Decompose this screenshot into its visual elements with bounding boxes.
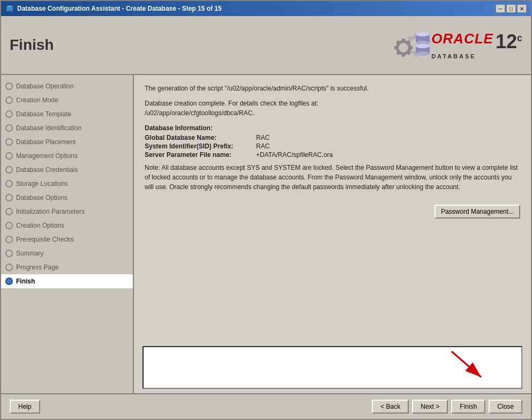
log-area — [143, 346, 522, 389]
step-dot — [5, 110, 13, 118]
main-window: Database Configuration Assistant - Creat… — [0, 0, 532, 420]
sidebar-item-database-credentials[interactable]: Database Credentials — [1, 163, 133, 177]
db-info-title: Database Information: — [145, 124, 520, 132]
global-db-label: Global Database Name: — [145, 134, 252, 141]
footer-left: Help — [10, 400, 40, 414]
next-button[interactable]: Next > — [412, 400, 448, 414]
sidebar-item-database-identification[interactable]: Database Identification — [1, 121, 133, 135]
title-bar: Database Configuration Assistant - Creat… — [1, 1, 531, 16]
svg-point-13 — [399, 43, 408, 52]
database-label: DATABASE — [431, 53, 476, 59]
sidebar-item-creation-options[interactable]: Creation Options — [1, 219, 133, 232]
window-title: Database Configuration Assistant - Creat… — [17, 5, 222, 12]
sidebar-item-summary[interactable]: Summary — [1, 246, 133, 260]
maximize-button[interactable]: □ — [506, 4, 516, 13]
sidebar-item-database-placement[interactable]: Database Placement — [1, 135, 133, 149]
header-area: Finish — [1, 16, 531, 75]
svg-point-28 — [416, 51, 430, 56]
success-line: The generation of the script "/u02/app/o… — [145, 84, 520, 93]
title-bar-left: Database Configuration Assistant - Creat… — [5, 4, 222, 13]
sidebar: Database Operation Creation Mode Databas… — [1, 75, 134, 393]
sid-value: RAC — [256, 142, 520, 150]
svg-point-29 — [416, 44, 430, 48]
app-icon — [5, 4, 14, 13]
oracle-logo-area: ORACLE 12c DATABASE — [388, 26, 522, 64]
close-button[interactable]: ✕ — [517, 4, 527, 13]
sidebar-item-management-options[interactable]: Management Options — [1, 149, 133, 163]
step-dot — [5, 236, 13, 243]
step-dot — [5, 264, 13, 271]
minimize-button[interactable]: ─ — [496, 4, 505, 13]
step-dot — [5, 278, 13, 285]
red-arrow-icon — [446, 346, 489, 384]
content-wrapper: The generation of the script "/u02/app/o… — [134, 75, 531, 393]
password-btn-row: Password Management... — [145, 198, 520, 219]
step-dot — [5, 82, 13, 90]
svg-point-25 — [416, 32, 430, 36]
sidebar-item-progress-page[interactable]: Progress Page — [1, 260, 133, 274]
db-info-section: Database Information: Global Database Na… — [145, 124, 520, 159]
sidebar-item-creation-mode[interactable]: Creation Mode — [1, 93, 133, 107]
spfile-value: +DATA/RAC/spfileRAC.ora — [256, 151, 520, 159]
spfile-label: Server Parameter File name: — [145, 151, 252, 159]
footer: Help < Back Next > Finish Close — [1, 393, 531, 419]
step-dot — [5, 138, 13, 146]
password-management-button[interactable]: Password Management... — [434, 205, 520, 219]
step-dot — [5, 96, 13, 104]
title-bar-controls: ─ □ ✕ — [496, 4, 527, 13]
global-db-value: RAC — [256, 134, 520, 141]
sidebar-item-prerequisite-checks[interactable]: Prerequisite Checks — [1, 232, 133, 246]
note-text: Note: All database accounts except SYS a… — [145, 163, 520, 192]
step-dot — [5, 222, 13, 229]
sidebar-item-database-template[interactable]: Database Template — [1, 107, 133, 121]
step-dot — [5, 250, 13, 257]
sidebar-item-initialization-parameters[interactable]: Initialization Parameters — [1, 205, 133, 219]
back-button[interactable]: < Back — [372, 400, 409, 414]
sidebar-item-database-options[interactable]: Database Options — [1, 191, 133, 205]
step-dot — [5, 194, 13, 201]
svg-rect-20 — [394, 46, 397, 49]
help-button[interactable]: Help — [10, 400, 40, 414]
oracle-brand: ORACLE 12c DATABASE — [431, 31, 522, 59]
main-content: Database Operation Creation Mode Databas… — [1, 75, 531, 393]
scroll-content: The generation of the script "/u02/app/o… — [134, 75, 531, 346]
sidebar-item-storage-locations[interactable]: Storage Locations — [1, 177, 133, 191]
svg-rect-18 — [402, 54, 405, 57]
step-dot — [5, 152, 13, 160]
gear-icon — [388, 26, 431, 64]
finish-button[interactable]: Finish — [451, 400, 485, 414]
step-dot — [5, 208, 13, 215]
footer-right: < Back Next > Finish Close — [372, 400, 522, 414]
version-text: 12c — [496, 31, 522, 53]
oracle-text: ORACLE — [431, 31, 493, 47]
logfile-path: /u02/app/oracle/cfgtoollogs/dbca/RAC. — [145, 108, 520, 118]
svg-rect-14 — [402, 39, 405, 41]
svg-point-1 — [7, 5, 12, 8]
db-info-table: Global Database Name: RAC System Identif… — [145, 134, 520, 159]
svg-rect-16 — [410, 46, 413, 49]
completion-line: Database creation complete. For details … — [145, 99, 520, 108]
sidebar-item-database-operation[interactable]: Database Operation — [1, 79, 133, 93]
sidebar-item-finish[interactable]: Finish — [1, 274, 133, 288]
step-dot — [5, 124, 13, 132]
page-title: Finish — [10, 36, 54, 54]
step-dot — [5, 180, 13, 188]
svg-line-31 — [452, 351, 481, 377]
close-button[interactable]: Close — [489, 400, 522, 414]
step-dot — [5, 166, 13, 174]
sid-label: System Identifier(SID) Prefix: — [145, 142, 252, 150]
